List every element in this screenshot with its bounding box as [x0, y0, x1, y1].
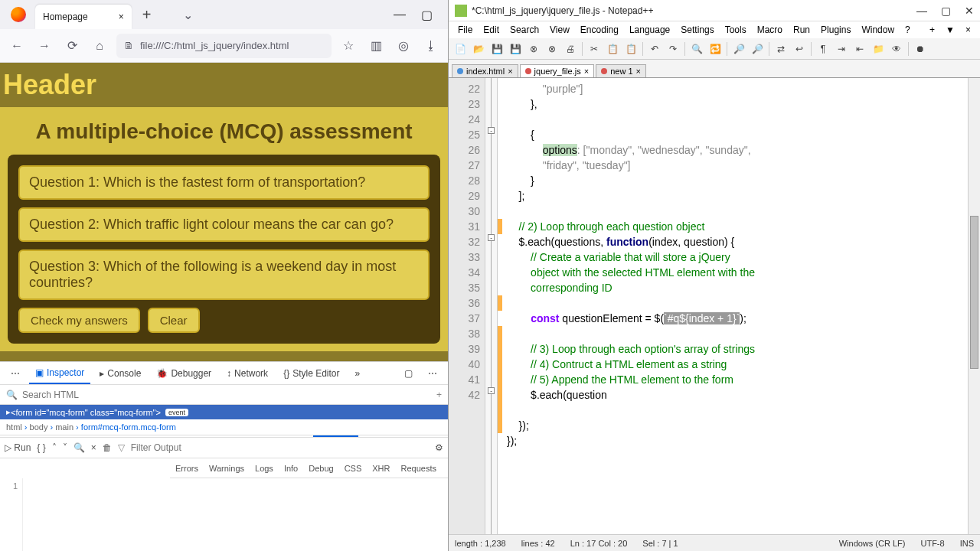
doc-tab-index[interactable]: index.html× — [452, 64, 518, 77]
forward-button[interactable]: → — [34, 35, 55, 57]
replace-icon[interactable]: 🔁 — [707, 41, 724, 57]
check-answers-button[interactable]: Check my answers — [18, 308, 140, 333]
network-tab[interactable]: ↕ Network — [220, 364, 274, 383]
cut-icon[interactable]: ✂ — [586, 41, 603, 57]
styleeditor-tab[interactable]: {} Style Editor — [277, 364, 345, 383]
undo-icon[interactable]: ↶ — [646, 41, 663, 57]
devtools-more-icon[interactable]: ⋯ — [422, 364, 443, 383]
console-tab[interactable]: ▸ Console — [93, 364, 147, 383]
filter-requests[interactable]: Requests — [396, 461, 442, 476]
menu-window[interactable]: Window — [857, 23, 899, 37]
open-file-icon[interactable]: 📂 — [470, 41, 487, 57]
close-icon[interactable]: ✕ — [965, 5, 974, 17]
menu-language[interactable]: Language — [625, 23, 675, 37]
close-all-icon[interactable]: ⊗ — [544, 41, 560, 57]
fold-box-icon[interactable]: - — [488, 127, 495, 134]
run-button[interactable]: ▷ Run — [5, 442, 31, 453]
menu-plugins[interactable]: Plugins — [816, 23, 855, 37]
redo-icon[interactable]: ↷ — [665, 41, 681, 57]
menu-help[interactable]: ? — [900, 23, 915, 37]
filter-debug[interactable]: Debug — [303, 461, 338, 476]
reader-icon[interactable]: ▥ — [365, 35, 387, 57]
devtools-menu-icon[interactable]: ⋯ — [5, 364, 26, 383]
filter-info[interactable]: Info — [279, 461, 303, 476]
indent-icon[interactable]: ⇥ — [833, 41, 850, 57]
inspector-tab[interactable]: ▣ Inspector — [29, 363, 90, 384]
tab-dropdown-icon[interactable]: ⌄ — [177, 4, 198, 25]
print-icon[interactable]: 🖨 — [562, 41, 579, 57]
zoom-in-icon[interactable]: 🔎 — [730, 41, 747, 57]
settings-icon[interactable]: ⚙ — [435, 442, 443, 453]
dom-tree-selected[interactable]: ▸ <form id="mcq-form" class="mcq-form"> … — [0, 405, 448, 419]
more-tabs-icon[interactable]: » — [349, 364, 367, 383]
save-icon[interactable]: 💾 — [488, 41, 505, 57]
wifi-icon[interactable]: ◎ — [393, 35, 414, 57]
menu-file[interactable]: File — [453, 23, 477, 37]
new-tab-button[interactable]: + — [135, 6, 159, 24]
menu-run[interactable]: Run — [789, 23, 815, 37]
scrollbar-thumb[interactable] — [970, 216, 978, 369]
copy-icon[interactable]: 📋 — [604, 41, 621, 57]
menu-dropdown-icon[interactable]: ▼ — [941, 23, 959, 37]
npp-editor[interactable]: 2223242526272829303132333435363738394041… — [449, 78, 980, 534]
filter-logs[interactable]: Logs — [250, 461, 279, 476]
doc-tab-jquery[interactable]: jquery_file.js× — [520, 64, 595, 77]
breadcrumb-current[interactable]: form#mcq-form.mcq-form — [81, 422, 176, 432]
wrap-icon[interactable]: ↩ — [791, 41, 808, 57]
search-console-icon[interactable]: 🔍 — [74, 442, 85, 453]
paste-icon[interactable]: 📋 — [622, 41, 639, 57]
code-area[interactable]: "purple"] }, { options: ["monday", "wedn… — [502, 78, 980, 534]
menu-macro[interactable]: Macro — [753, 23, 787, 37]
close-tab-icon[interactable]: × — [508, 67, 512, 76]
search-html-input[interactable] — [22, 390, 432, 400]
menu-settings[interactable]: Settings — [676, 23, 718, 37]
add-icon[interactable]: + — [436, 390, 442, 400]
monitor-icon[interactable]: 👁 — [888, 41, 905, 57]
maximize-icon[interactable]: ▢ — [421, 8, 433, 22]
new-file-icon[interactable]: 📄 — [452, 41, 469, 57]
close-file-icon[interactable]: ⊗ — [525, 41, 542, 57]
sync-icon[interactable]: ⇄ — [773, 41, 789, 57]
doc-tab-new1[interactable]: new 1× — [596, 64, 646, 77]
save-all-icon[interactable]: 💾 — [507, 41, 524, 57]
bookmark-icon[interactable]: ☆ — [338, 35, 359, 57]
browser-tab[interactable]: Homepage × — [35, 5, 132, 29]
filter-output-input[interactable] — [131, 442, 207, 453]
close-tab-icon[interactable]: × — [119, 11, 124, 22]
menu-tools[interactable]: Tools — [720, 23, 751, 37]
record-icon[interactable]: ⏺ — [912, 41, 929, 57]
filter-warnings[interactable]: Warnings — [204, 461, 250, 476]
fold-box-icon[interactable]: - — [488, 234, 495, 241]
vertical-scrollbar[interactable] — [968, 78, 980, 534]
history-next-icon[interactable]: ˅ — [63, 442, 67, 453]
reload-button[interactable]: ⟳ — [61, 35, 83, 57]
filter-xhr[interactable]: XHR — [367, 461, 395, 476]
filter-errors[interactable]: Errors — [170, 461, 204, 476]
folder-icon[interactable]: 📁 — [870, 41, 887, 57]
menu-close-icon[interactable]: × — [961, 23, 975, 37]
find-icon[interactable]: 🔍 — [688, 41, 705, 57]
back-button[interactable]: ← — [6, 35, 28, 57]
zoom-out-icon[interactable]: 🔎 — [749, 41, 766, 57]
console-output[interactable] — [23, 478, 448, 551]
maximize-icon[interactable]: ▢ — [941, 5, 951, 17]
home-button[interactable]: ⌂ — [89, 35, 110, 57]
filter-css[interactable]: CSS — [339, 461, 368, 476]
fold-box-icon[interactable]: - — [488, 387, 495, 394]
clear-button[interactable]: Clear — [148, 308, 200, 333]
minimize-icon[interactable]: — — [394, 8, 406, 22]
close-tab-icon[interactable]: × — [636, 67, 641, 76]
outdent-icon[interactable]: ⇤ — [851, 41, 868, 57]
close-console-icon[interactable]: × — [91, 442, 96, 453]
download-icon[interactable]: ⭳ — [420, 35, 442, 57]
menu-search[interactable]: Search — [505, 23, 544, 37]
clear-console-icon[interactable]: 🗑 — [103, 442, 112, 453]
menu-edit[interactable]: Edit — [479, 23, 504, 37]
url-bar[interactable]: 🗎 file:///C:/html_js_jquery/index.html — [116, 34, 332, 58]
event-badge[interactable]: event — [165, 409, 188, 416]
menu-plus-icon[interactable]: + — [925, 23, 939, 37]
devtools-dock-icon[interactable]: ▢ — [398, 364, 419, 383]
debugger-tab[interactable]: 🐞 Debugger — [150, 364, 217, 383]
history-prev-icon[interactable]: ˄ — [52, 442, 57, 453]
show-all-icon[interactable]: ¶ — [815, 41, 831, 57]
